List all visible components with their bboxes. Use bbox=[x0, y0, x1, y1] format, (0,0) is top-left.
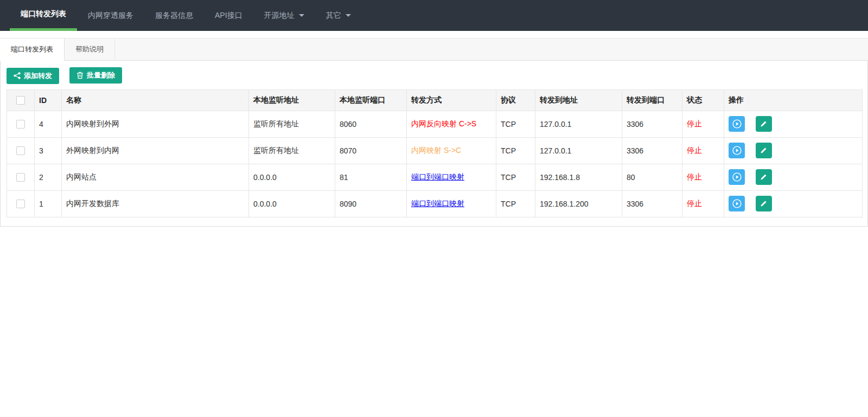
nav-item-port-forward-list[interactable]: 端口转发列表 bbox=[10, 0, 77, 31]
cell-status: 停止 bbox=[682, 190, 724, 217]
cell-target-address: 127.0.0.1 bbox=[535, 111, 622, 137]
play-circle-icon bbox=[732, 172, 742, 182]
cell-actions bbox=[724, 137, 863, 164]
nav-item-label: 端口转发列表 bbox=[21, 9, 66, 19]
header-target-port: 转发到端口 bbox=[622, 89, 682, 111]
edit-button[interactable] bbox=[756, 196, 772, 211]
toolbar: 添加转发 批量删除 bbox=[7, 67, 861, 84]
pencil-icon bbox=[760, 146, 768, 155]
header-listen-addr: 本地监听地址 bbox=[249, 89, 335, 111]
row-select-cell bbox=[7, 164, 35, 190]
batch-delete-button[interactable]: 批量删除 bbox=[69, 67, 122, 84]
port-forward-table: ID 名称 本地监听地址 本地监听端口 转发方式 协议 转发到地址 转发到端口 … bbox=[7, 89, 863, 217]
row-checkbox[interactable] bbox=[16, 146, 25, 155]
header-protocol: 协议 bbox=[496, 89, 535, 111]
row-select-cell bbox=[7, 111, 35, 137]
cell-status: 停止 bbox=[682, 111, 724, 137]
add-forward-button[interactable]: 添加转发 bbox=[7, 68, 59, 84]
caret-down-icon bbox=[299, 14, 304, 17]
forward-mode-link: 内网映射 S->C bbox=[411, 146, 461, 155]
add-forward-label: 添加转发 bbox=[24, 71, 52, 81]
cell-listen-address: 监听所有地址 bbox=[249, 111, 335, 137]
cell-target-address: 192.168.1.200 bbox=[535, 190, 622, 217]
pencil-icon bbox=[760, 200, 768, 208]
cell-listen-address: 监听所有地址 bbox=[249, 137, 335, 164]
header-id: ID bbox=[35, 89, 62, 111]
tab-help[interactable]: 帮助说明 bbox=[65, 39, 115, 61]
cell-name: 内网站点 bbox=[62, 164, 249, 190]
row-checkbox[interactable] bbox=[16, 200, 25, 208]
table-body: 4 内网映射到外网 监听所有地址 8060 内网反向映射 C->S TCP 12… bbox=[7, 111, 863, 217]
tab-bar-filler bbox=[115, 39, 868, 61]
nav-item-label: API接口 bbox=[215, 11, 242, 21]
table-row: 4 内网映射到外网 监听所有地址 8060 内网反向映射 C->S TCP 12… bbox=[7, 111, 863, 137]
cell-target-address: 127.0.0.1 bbox=[535, 137, 622, 164]
select-all-checkbox[interactable] bbox=[16, 96, 25, 105]
cell-listen-port: 8090 bbox=[335, 190, 407, 217]
batch-delete-label: 批量删除 bbox=[87, 70, 115, 80]
table-row: 1 内网开发数据库 0.0.0.0 8090 端口到端口映射 TCP 192.1… bbox=[7, 190, 863, 217]
header-name: 名称 bbox=[62, 89, 249, 111]
cell-listen-port: 8060 bbox=[335, 111, 407, 137]
tab-label: 端口转发列表 bbox=[11, 45, 53, 53]
cell-name: 内网开发数据库 bbox=[62, 190, 249, 217]
header-forward-mode: 转发方式 bbox=[407, 89, 496, 111]
row-checkbox[interactable] bbox=[16, 173, 25, 182]
status-text: 停止 bbox=[687, 172, 702, 181]
cell-listen-port: 81 bbox=[335, 164, 407, 190]
nav-item-label: 其它 bbox=[326, 11, 341, 21]
cell-id: 2 bbox=[35, 164, 62, 190]
forward-mode-link: 内网反向映射 C->S bbox=[411, 119, 476, 128]
cell-target-port: 3306 bbox=[622, 137, 682, 164]
cell-id: 3 bbox=[35, 137, 62, 164]
play-circle-icon bbox=[732, 145, 742, 156]
cell-actions bbox=[724, 164, 863, 190]
play-circle-icon bbox=[732, 119, 742, 129]
trash-icon bbox=[76, 72, 84, 79]
cell-actions bbox=[724, 111, 863, 137]
cell-actions bbox=[724, 190, 863, 217]
nav-item-label: 开源地址 bbox=[264, 11, 295, 21]
cell-protocol: TCP bbox=[496, 190, 535, 217]
start-button[interactable] bbox=[729, 143, 745, 158]
start-button[interactable] bbox=[729, 116, 745, 132]
edit-button[interactable] bbox=[756, 169, 772, 185]
table-row: 2 内网站点 0.0.0.0 81 端口到端口映射 TCP 192.168.1.… bbox=[7, 164, 863, 190]
table-row: 3 外网映射到内网 监听所有地址 8070 内网映射 S->C TCP 127.… bbox=[7, 137, 863, 164]
tab-bar: 端口转发列表 帮助说明 bbox=[0, 38, 868, 61]
cell-forward-mode: 内网映射 S->C bbox=[407, 137, 496, 164]
forward-mode-link[interactable]: 端口到端口映射 bbox=[411, 172, 464, 181]
cell-id: 4 bbox=[35, 111, 62, 137]
nav-item-server-info[interactable]: 服务器信息 bbox=[144, 0, 204, 31]
top-navbar: 端口转发列表 内网穿透服务 服务器信息 API接口 开源地址 其它 bbox=[0, 0, 868, 31]
tab-port-forward-list[interactable]: 端口转发列表 bbox=[0, 39, 65, 61]
nav-item-open-source[interactable]: 开源地址 bbox=[253, 0, 315, 31]
header-actions: 操作 bbox=[724, 89, 863, 111]
nav-item-intranet-tunnel[interactable]: 内网穿透服务 bbox=[77, 0, 144, 31]
cell-target-port: 80 bbox=[622, 164, 682, 190]
status-text: 停止 bbox=[687, 119, 702, 128]
pencil-icon bbox=[760, 173, 768, 181]
cell-listen-address: 0.0.0.0 bbox=[249, 190, 335, 217]
row-checkbox[interactable] bbox=[16, 120, 25, 129]
cell-forward-mode: 内网反向映射 C->S bbox=[407, 111, 496, 137]
edit-button[interactable] bbox=[756, 116, 772, 132]
play-circle-icon bbox=[732, 198, 742, 209]
nav-item-api[interactable]: API接口 bbox=[204, 0, 253, 31]
forward-mode-link[interactable]: 端口到端口映射 bbox=[411, 199, 464, 208]
cell-name: 内网映射到外网 bbox=[62, 111, 249, 137]
start-button[interactable] bbox=[729, 169, 745, 185]
cell-protocol: TCP bbox=[496, 111, 535, 137]
cell-target-port: 3306 bbox=[622, 190, 682, 217]
row-select-cell bbox=[7, 190, 35, 217]
start-button[interactable] bbox=[729, 196, 745, 211]
edit-button[interactable] bbox=[756, 143, 772, 158]
tab-label: 帮助说明 bbox=[75, 45, 104, 53]
select-all-cell bbox=[7, 89, 35, 111]
cell-forward-mode: 端口到端口映射 bbox=[407, 164, 496, 190]
nav-item-label: 内网穿透服务 bbox=[88, 11, 133, 21]
nav-item-others[interactable]: 其它 bbox=[315, 0, 362, 31]
header-status: 状态 bbox=[682, 89, 724, 111]
table-header-row: ID 名称 本地监听地址 本地监听端口 转发方式 协议 转发到地址 转发到端口 … bbox=[7, 89, 863, 111]
header-target-addr: 转发到地址 bbox=[535, 89, 622, 111]
